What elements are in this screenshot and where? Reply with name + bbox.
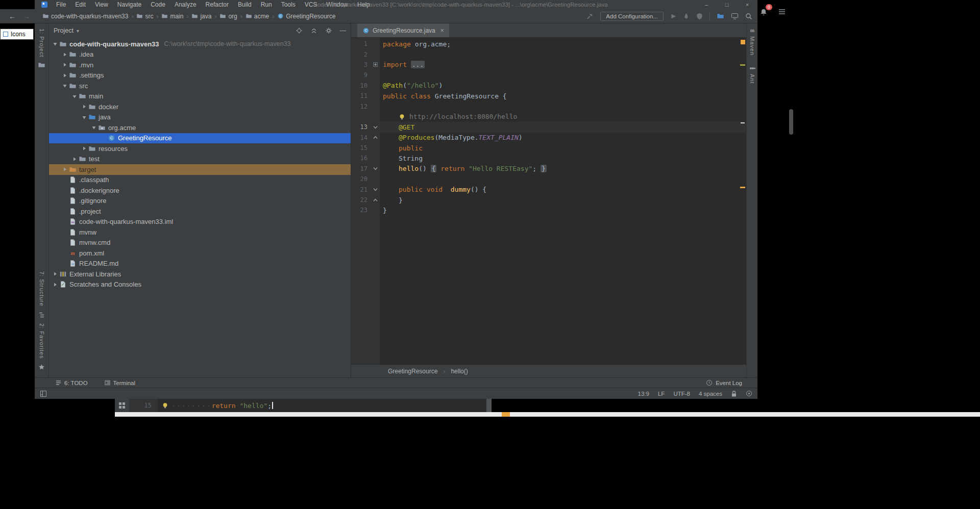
tree-toggle-icon[interactable] <box>80 115 88 120</box>
structure-icon[interactable] <box>38 312 45 318</box>
tree-row-readme-md[interactable]: MREADME.md <box>49 259 351 269</box>
code-line-20[interactable]: 20 <box>351 174 746 184</box>
hamburger-menu-icon[interactable] <box>778 8 786 15</box>
build-hammer-icon[interactable] <box>586 13 594 20</box>
error-stripe-caret-mark[interactable] <box>741 122 745 123</box>
code-line-16[interactable]: 16String <box>351 153 746 163</box>
tool-window-icon[interactable] <box>38 61 45 69</box>
close-tab-icon[interactable]: × <box>440 27 444 34</box>
breadcrumb-item-org[interactable]: org <box>218 13 238 20</box>
settings-gear-icon[interactable] <box>325 27 332 34</box>
tree-row-idea[interactable]: .idea <box>49 49 351 60</box>
error-stripe-warning-mark[interactable] <box>740 64 745 66</box>
tree-toggle-icon[interactable] <box>51 271 59 276</box>
code-line-12[interactable]: 12 <box>351 101 746 111</box>
code-line-3[interactable]: 3import ... <box>351 60 746 70</box>
tree-row-target[interactable]: target <box>49 164 351 175</box>
tool-stripe-ant[interactable]: Ant <box>749 74 755 84</box>
tree-row-test[interactable]: test <box>49 154 351 165</box>
code-line-inlay[interactable]: http://localhost:8080/hello <box>351 112 746 122</box>
code-line-21[interactable]: 21public void dummy() { <box>351 184 746 194</box>
collapse-all-icon[interactable] <box>310 27 317 34</box>
tree-row-docker[interactable]: docker <box>49 101 351 112</box>
fold-marker-icon[interactable] <box>371 166 380 171</box>
background-scrollbar-thumb[interactable] <box>789 109 793 135</box>
code-line-11[interactable]: 11public class GreetingResource { <box>351 91 746 101</box>
tree-row-scratches-and-consoles[interactable]: Scratches and Consoles <box>49 279 351 290</box>
code-line-15[interactable]: 15public <box>351 143 746 153</box>
back-button[interactable]: ← <box>5 12 19 20</box>
breadcrumb-item-java[interactable]: java <box>190 13 213 20</box>
project-structure-icon[interactable] <box>717 12 724 20</box>
editor-breadcrumb-item[interactable]: GreetingResource <box>387 368 438 375</box>
maven-icon[interactable]: m <box>749 27 756 34</box>
tree-row-project[interactable]: .project <box>49 206 351 217</box>
code-line-23[interactable]: 23} <box>351 205 746 215</box>
tree-toggle-icon[interactable] <box>70 94 78 99</box>
menu-item-refactor[interactable]: Refactor <box>201 1 233 8</box>
tree-toggle-icon[interactable] <box>90 125 97 130</box>
file-encoding[interactable]: UTF-8 <box>673 391 690 397</box>
locate-file-icon[interactable] <box>296 27 303 34</box>
tree-row-mvnw[interactable]: mvnw <box>49 227 351 238</box>
tree-row-main[interactable]: main <box>49 91 351 102</box>
caret-position[interactable]: 13:9 <box>638 391 649 397</box>
icons-floating-window[interactable]: Icons <box>0 29 34 40</box>
terminal-window-icon[interactable] <box>731 12 739 20</box>
peek-editor[interactable]: 15 16 ········return "hello"; <box>129 399 486 412</box>
tree-toggle-icon[interactable] <box>70 157 78 162</box>
code-line-10[interactable]: 10@Path("/hello") <box>351 81 746 91</box>
tree-row-code-with-quarkus-maven33-iml[interactable]: code-with-quarkus-maven33.iml <box>49 217 351 227</box>
tree-row-classpath[interactable]: .classpath <box>49 175 351 186</box>
lock-icon[interactable] <box>731 390 737 397</box>
indicator-icon[interactable] <box>746 390 752 397</box>
indent-info[interactable]: 4 spaces <box>699 391 722 397</box>
tree-row-settings[interactable]: .settings <box>49 70 351 81</box>
tree-row-greetingresource[interactable]: CGreetingResource <box>49 133 351 144</box>
error-stripe-corner-mark[interactable] <box>741 40 745 44</box>
line-separator[interactable]: LF <box>658 391 665 397</box>
tool-stripe-structure[interactable]: 7: Structure <box>39 271 45 307</box>
add-configuration-button[interactable]: Add Configuration... <box>600 12 664 21</box>
tool-stripe-project[interactable]: 1: Project <box>39 29 45 57</box>
tree-toggle-icon[interactable] <box>61 73 68 78</box>
tool-stripe-maven[interactable]: Maven <box>749 36 755 56</box>
menu-item-code[interactable]: Code <box>146 1 170 8</box>
code-line-13[interactable]: 13@GET <box>351 122 746 132</box>
code-line-9[interactable]: 9 <box>351 70 746 80</box>
editor-tab[interactable]: C GreetingResource.java × <box>357 23 449 37</box>
code-line-2[interactable]: 2 <box>351 49 746 59</box>
menu-item-run[interactable]: Run <box>256 1 277 8</box>
tree-row-pom-xml[interactable]: mpom.xml <box>49 248 351 259</box>
tree-toggle-icon[interactable] <box>80 104 88 109</box>
forward-button[interactable]: → <box>19 12 34 20</box>
menu-item-analyze[interactable]: Analyze <box>170 1 201 8</box>
maximize-button[interactable]: □ <box>717 2 737 8</box>
fold-marker-icon[interactable] <box>371 125 380 130</box>
tree-row-mvnw-cmd[interactable]: mvnw.cmd <box>49 238 351 248</box>
tool-stripe-favorites[interactable]: 2: Favorites <box>39 323 45 359</box>
code-line-17[interactable]: 17hello() { return "Hello RESTEasy"; } <box>351 164 746 174</box>
breadcrumb-item-acme[interactable]: acme <box>244 13 271 20</box>
tree-toggle-icon[interactable] <box>51 282 59 287</box>
coverage-icon[interactable] <box>696 13 703 19</box>
menu-item-view[interactable]: View <box>90 1 113 8</box>
code-line-14[interactable]: 14@Produces(MediaType.TEXT_PLAIN) <box>351 133 746 143</box>
ant-icon[interactable] <box>749 65 755 71</box>
code-line-1[interactable]: 1package org.acme; <box>351 39 746 49</box>
fold-marker-icon[interactable] <box>371 135 380 140</box>
menu-item-edit[interactable]: Edit <box>70 1 90 8</box>
project-view-selector[interactable]: Project <box>54 27 74 34</box>
editor-breadcrumb-item[interactable]: hello() <box>450 368 469 375</box>
debug-icon[interactable] <box>683 13 690 19</box>
error-stripe-warning-mark[interactable] <box>740 187 745 188</box>
breadcrumb-item-code-with-quarkus-maven33[interactable]: code-with-quarkus-maven33 <box>41 13 130 20</box>
tree-row-resources[interactable]: resources <box>49 143 351 154</box>
hide-panel-icon[interactable]: — <box>340 27 347 34</box>
code-area[interactable]: 1package org.acme;23import ...910@Path("… <box>351 38 746 364</box>
fold-marker-icon[interactable] <box>371 187 380 192</box>
intention-bulb-icon[interactable] <box>162 399 168 412</box>
tree-toggle-icon[interactable] <box>51 41 59 46</box>
fold-marker-icon[interactable] <box>371 62 380 67</box>
search-everywhere-icon[interactable] <box>745 13 752 20</box>
